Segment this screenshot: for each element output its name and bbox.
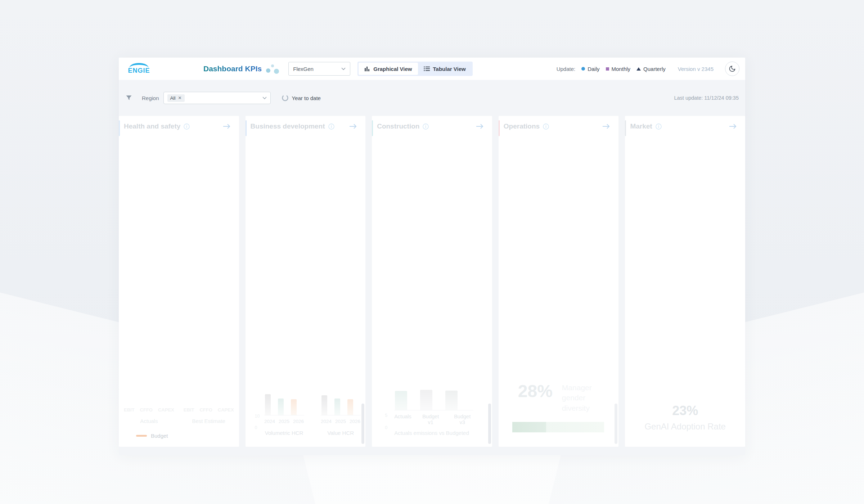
arrow-right-icon[interactable]	[729, 123, 737, 129]
diversity-progress-bar	[512, 422, 604, 432]
page-title: Dashboard KPIs	[203, 64, 262, 73]
budget-legend: Budget	[136, 433, 168, 439]
bar-2026	[347, 399, 353, 415]
hs-group-actuals: EBIT CFFO CAPEX Actuals	[124, 407, 174, 424]
entity-select-value: FlexGen	[293, 66, 314, 72]
progress-fill	[512, 422, 546, 432]
card-scrollbar-thumb[interactable]	[615, 404, 617, 444]
card-scrollbar-thumb[interactable]	[488, 404, 491, 444]
region-chip-label: All	[170, 95, 176, 101]
card-header: Market	[625, 116, 745, 130]
card-header: Construction	[372, 116, 492, 130]
graphical-view-tab[interactable]: Graphical View	[359, 63, 418, 75]
volumetric-hcr-chart: 10 0 2024 2025 2026 Volumetric HCR	[264, 393, 304, 436]
kpi-label: Manager gender diversity	[562, 383, 604, 413]
card-title: Business development	[251, 122, 325, 130]
info-icon[interactable]	[656, 123, 662, 130]
top-bar: ENGIE Dashboard KPIs FlexGen	[119, 58, 745, 80]
card-accent-tick	[372, 120, 373, 136]
entity-select[interactable]: FlexGen	[288, 62, 350, 76]
bar-chart-icon	[364, 66, 370, 72]
region-chip: All ✕	[167, 94, 185, 102]
period-label: Year to date	[292, 95, 321, 101]
bar-budget-v3	[445, 391, 458, 410]
info-icon[interactable]	[423, 123, 429, 130]
card-header: Operations	[499, 116, 619, 130]
main-panel: Region All ✕ Year to date La	[119, 80, 745, 455]
tabular-view-tab[interactable]: Tabular View	[418, 63, 472, 75]
info-icon[interactable]	[328, 123, 334, 130]
refresh-spinner-icon[interactable]	[282, 94, 289, 102]
card-title: Construction	[377, 122, 419, 130]
dashboard-app: ENGIE Dashboard KPIs FlexGen	[119, 58, 745, 455]
theme-toggle-button[interactable]	[725, 62, 739, 76]
graphical-view-label: Graphical View	[373, 66, 412, 72]
update-frequency-legend: Update: Daily Monthly Quarterly	[557, 66, 666, 72]
engie-logo: ENGIE	[128, 63, 150, 75]
arrow-right-icon[interactable]	[476, 123, 484, 129]
last-update-label: Last update: 11/12/24 09:35	[674, 95, 739, 101]
daily-circle-icon	[581, 67, 585, 71]
moon-icon	[729, 65, 736, 72]
card-title: Market	[630, 122, 652, 130]
card-accent-tick	[499, 120, 500, 136]
budget-legend-line-icon	[136, 435, 147, 437]
emissions-ghost-chart: 5 0 Actuals Budget v1 Budget v3 Actua	[394, 388, 473, 436]
funnel-icon	[125, 94, 132, 102]
dots-decoration-icon	[265, 63, 279, 74]
kpi-label: GenAI Adoption Rate	[625, 422, 745, 432]
chevron-down-icon	[341, 67, 346, 70]
card-accent-tick	[625, 120, 626, 136]
engie-logo-text: ENGIE	[128, 67, 150, 75]
update-legend-label: Update:	[557, 66, 576, 72]
arrow-right-icon[interactable]	[602, 123, 611, 129]
bar-actuals	[395, 391, 407, 410]
legend-item-daily: Daily	[581, 66, 599, 72]
kpi-value: 23%	[625, 404, 745, 417]
bar-2024	[321, 395, 327, 415]
hs-group-best-estimate: EBIT CFFO CAPEX Best Estimate	[184, 407, 234, 424]
bd-ghost-charts: 10 0 2024 2025 2026 Volumetric HCR	[264, 393, 361, 436]
kpi-value: 28%	[518, 383, 553, 400]
bar-2024	[265, 394, 271, 415]
card-operations: Operations 28% Manager gender diversity	[499, 116, 619, 447]
card-header: Health and safety	[119, 116, 239, 130]
chip-remove-icon[interactable]: ✕	[178, 96, 182, 100]
bar-2026	[291, 399, 297, 415]
region-label: Region	[142, 95, 159, 101]
arrow-right-icon[interactable]	[222, 123, 231, 129]
card-title: Health and safety	[124, 122, 180, 130]
gender-diversity-kpi: 28% Manager gender diversity	[512, 383, 604, 432]
budget-legend-label: Budget	[151, 433, 168, 439]
legend-item-quarterly: Quarterly	[636, 66, 666, 72]
hs-ghost-chart: EBIT CFFO CAPEX Actuals EBIT CFFO CAPEX …	[124, 407, 234, 424]
card-health-and-safety: Health and safety EBIT CFFO CAPEX	[119, 116, 239, 447]
info-icon[interactable]	[184, 123, 190, 130]
filter-bar: Region All ✕ Year to date La	[119, 80, 745, 116]
arrow-right-icon[interactable]	[349, 123, 357, 129]
kpi-columns: Health and safety EBIT CFFO CAPEX	[119, 116, 745, 447]
region-select[interactable]: All ✕	[163, 92, 271, 104]
card-market: Market 23% GenAI Adoption Rate	[625, 116, 745, 447]
value-hcr-chart: 2024 2025 2026 Value HCR	[321, 393, 361, 436]
card-header: Business development	[246, 116, 366, 130]
version-label: Version v 2345	[678, 66, 714, 72]
tabular-view-label: Tabular View	[433, 66, 466, 72]
card-accent-tick	[246, 120, 247, 136]
card-construction: Construction 5 0	[372, 116, 492, 447]
list-icon	[424, 66, 430, 71]
bar-2025	[334, 399, 340, 415]
view-toggle: Graphical View Tabular View	[357, 62, 472, 76]
card-title: Operations	[504, 122, 540, 130]
card-scrollbar-thumb[interactable]	[361, 404, 364, 444]
card-business-development: Business development 10 0	[246, 116, 366, 447]
monthly-square-icon	[606, 67, 609, 71]
quarterly-triangle-icon	[636, 67, 641, 71]
card-accent-tick	[119, 120, 120, 136]
legend-item-monthly: Monthly	[606, 66, 631, 72]
bar-budget-v1	[420, 390, 432, 410]
chevron-down-icon	[262, 96, 267, 99]
genai-adoption-kpi: 23% GenAI Adoption Rate	[625, 404, 745, 432]
info-icon[interactable]	[543, 123, 549, 130]
bar-2025	[278, 399, 284, 415]
